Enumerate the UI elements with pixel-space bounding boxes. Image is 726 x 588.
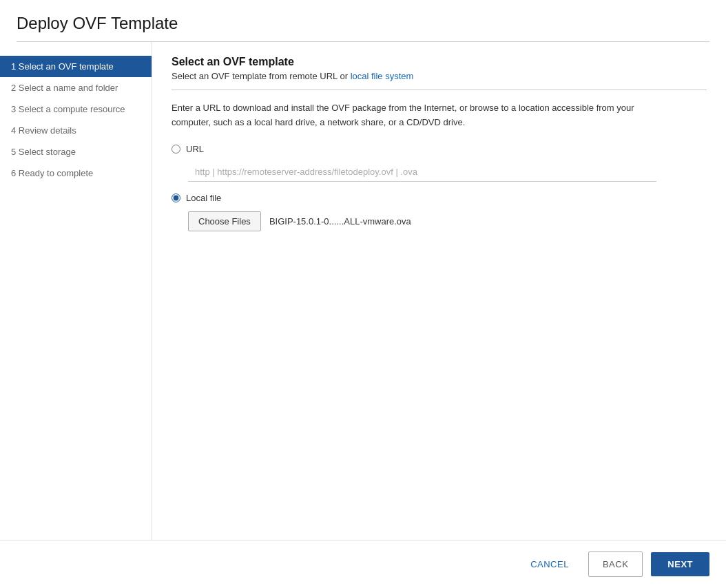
sidebar: 1 Select an OVF template 2 Select a name… [0, 42, 152, 540]
page-title: Deploy OVF Template [0, 0, 726, 41]
description-text: Enter a URL to download and install the … [172, 101, 640, 130]
radio-group: URL Local file Choose Files BIGIP-15.0.1… [172, 144, 707, 231]
url-radio-option[interactable]: URL [172, 144, 707, 154]
local-file-section: Choose Files BIGIP-15.0.1-0......ALL-vmw… [188, 211, 707, 231]
selected-file-name: BIGIP-15.0.1-0......ALL-vmware.ova [269, 216, 411, 227]
url-input[interactable] [188, 162, 656, 182]
content-title: Select an OVF template [172, 56, 707, 68]
sidebar-item-step4[interactable]: 4 Review details [0, 120, 152, 141]
cancel-button[interactable]: CANCEL [519, 552, 580, 576]
url-radio-input[interactable] [172, 145, 180, 154]
page-container: Deploy OVF Template 1 Select an OVF temp… [0, 0, 726, 588]
footer: CANCEL BACK NEXT [0, 540, 726, 588]
content-subtitle: Select an OVF template from remote URL o… [172, 71, 707, 81]
sidebar-item-step3[interactable]: 3 Select a compute resource [0, 98, 152, 120]
choose-files-button[interactable]: Choose Files [188, 211, 261, 231]
local-file-radio-option[interactable]: Local file [172, 193, 707, 203]
section-divider [172, 90, 707, 90]
back-button[interactable]: BACK [588, 552, 643, 577]
content-area: Select an OVF template Select an OVF tem… [152, 42, 726, 540]
main-content: 1 Select an OVF template 2 Select a name… [0, 42, 726, 540]
sidebar-item-step2[interactable]: 2 Select a name and folder [0, 77, 152, 98]
next-button[interactable]: NEXT [651, 552, 709, 576]
local-file-radio-label[interactable]: Local file [186, 193, 221, 203]
local-file-system-link[interactable]: local file system [351, 71, 414, 81]
local-file-radio-input[interactable] [172, 193, 180, 202]
sidebar-item-step1[interactable]: 1 Select an OVF template [0, 56, 152, 77]
url-radio-label[interactable]: URL [186, 144, 204, 154]
sidebar-item-step6[interactable]: 6 Ready to complete [0, 162, 152, 184]
sidebar-item-step5[interactable]: 5 Select storage [0, 141, 152, 162]
